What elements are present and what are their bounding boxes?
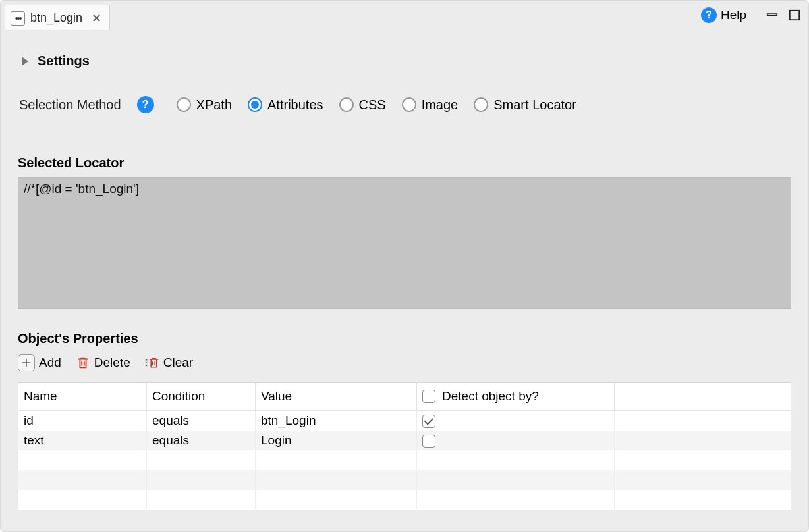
settings-toggle[interactable]: Settings [22, 53, 791, 68]
cell-detect[interactable] [417, 431, 615, 450]
radio-css[interactable]: CSS [339, 97, 386, 113]
trash-icon [76, 356, 90, 370]
cell-condition[interactable]: equals [147, 431, 256, 450]
cell-name[interactable]: id [18, 411, 147, 431]
cell-name[interactable]: text [18, 431, 147, 450]
tab-title: btn_Login [30, 11, 82, 25]
table-row-empty[interactable] [18, 490, 791, 510]
radio-label: XPath [196, 97, 232, 113]
help-icon: ? [701, 7, 717, 23]
help-button[interactable]: ? Help [701, 7, 746, 23]
radio-icon [474, 97, 488, 112]
editor-content: Settings Selection Method ? XPath Attrib… [1, 30, 808, 510]
col-name[interactable]: Name [18, 383, 147, 411]
tab-bar: ••• btn_Login ✕ ? Help [1, 1, 808, 30]
selection-method-help-icon[interactable]: ? [137, 96, 154, 113]
table-row-empty[interactable] [18, 450, 791, 470]
radio-smart-locator[interactable]: Smart Locator [474, 97, 576, 113]
table-row[interactable]: text equals Login [18, 431, 791, 450]
help-label: Help [721, 8, 746, 22]
radio-image[interactable]: Image [402, 97, 459, 113]
cell-value[interactable]: btn_Login [256, 411, 417, 431]
properties-toolbar: Add Delete Clear [18, 354, 791, 371]
col-value[interactable]: Value [256, 383, 417, 411]
clear-icon [145, 356, 159, 370]
maximize-button[interactable] [787, 8, 802, 22]
delete-button[interactable]: Delete [76, 356, 130, 370]
selection-method-row: Selection Method ? XPath Attributes CSS … [19, 96, 791, 113]
radio-label: Smart Locator [493, 97, 576, 113]
selected-locator-text[interactable]: //*[@id = 'btn_Login'] [18, 177, 791, 309]
radio-icon [402, 97, 416, 112]
cell-blank [615, 431, 791, 450]
table-row[interactable]: id equals btn_Login [18, 411, 791, 431]
cell-condition[interactable]: equals [147, 411, 256, 431]
object-properties-title: Object's Properties [18, 331, 791, 346]
editor-window: ••• btn_Login ✕ ? Help Settings Selectio… [0, 0, 809, 532]
chevron-right-icon [22, 57, 28, 66]
radio-icon [339, 97, 354, 112]
object-icon: ••• [11, 11, 25, 26]
radio-label: Image [422, 97, 459, 113]
svg-rect-0 [767, 14, 777, 16]
selected-locator-title: Selected Locator [18, 155, 791, 171]
col-detect[interactable]: Detect object by? [417, 383, 615, 411]
plus-icon [18, 354, 35, 371]
settings-title: Settings [38, 53, 90, 68]
cell-detect[interactable] [417, 411, 615, 431]
close-icon[interactable]: ✕ [92, 11, 101, 26]
table-header-row: Name Condition Value Detect object by? [18, 383, 791, 411]
table-row-empty[interactable] [18, 470, 791, 490]
cell-blank [615, 411, 791, 431]
tab-btn-login[interactable]: ••• btn_Login ✕ [5, 5, 110, 30]
detect-checkbox[interactable] [422, 435, 435, 448]
cell-value[interactable]: Login [256, 431, 417, 450]
properties-table: Name Condition Value Detect object by? i… [18, 382, 791, 510]
svg-rect-1 [790, 11, 799, 20]
col-condition[interactable]: Condition [147, 383, 256, 411]
radio-icon [177, 97, 191, 112]
delete-label: Delete [94, 356, 130, 370]
add-label: Add [39, 356, 61, 370]
add-button[interactable]: Add [18, 354, 61, 371]
detect-checkbox[interactable] [422, 415, 435, 428]
col-blank [615, 383, 791, 411]
col-detect-label: Detect object by? [442, 389, 539, 404]
clear-button[interactable]: Clear [145, 356, 193, 370]
clear-label: Clear [163, 356, 193, 370]
radio-label: Attributes [267, 97, 323, 113]
radio-icon [248, 97, 262, 112]
radio-xpath[interactable]: XPath [177, 97, 232, 113]
detect-all-checkbox[interactable] [422, 390, 435, 403]
selection-method-label: Selection Method [19, 97, 121, 113]
radio-attributes[interactable]: Attributes [248, 97, 323, 113]
radio-label: CSS [359, 97, 386, 113]
minimize-button[interactable] [765, 8, 779, 22]
